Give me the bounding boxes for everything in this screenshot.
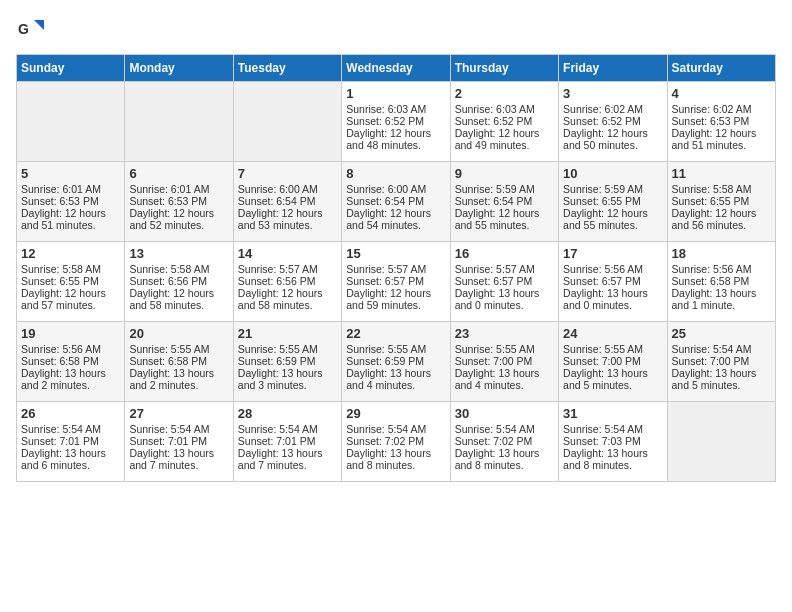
calendar-cell: 13Sunrise: 5:58 AMSunset: 6:56 PMDayligh… — [125, 242, 233, 322]
calendar-cell: 6Sunrise: 6:01 AMSunset: 6:53 PMDaylight… — [125, 162, 233, 242]
sunset-text: Sunset: 6:52 PM — [346, 115, 445, 127]
sunrise-text: Sunrise: 5:58 AM — [129, 263, 228, 275]
daylight-text: Daylight: 13 hours and 0 minutes. — [455, 287, 554, 311]
day-number: 18 — [672, 246, 771, 261]
sunset-text: Sunset: 7:01 PM — [129, 435, 228, 447]
daylight-text: Daylight: 12 hours and 49 minutes. — [455, 127, 554, 151]
sunrise-text: Sunrise: 5:54 AM — [455, 423, 554, 435]
calendar-cell: 28Sunrise: 5:54 AMSunset: 7:01 PMDayligh… — [233, 402, 341, 482]
daylight-text: Daylight: 13 hours and 2 minutes. — [129, 367, 228, 391]
calendar-cell: 15Sunrise: 5:57 AMSunset: 6:57 PMDayligh… — [342, 242, 450, 322]
daylight-text: Daylight: 12 hours and 55 minutes. — [455, 207, 554, 231]
day-number: 29 — [346, 406, 445, 421]
day-number: 3 — [563, 86, 662, 101]
daylight-text: Daylight: 12 hours and 48 minutes. — [346, 127, 445, 151]
sunset-text: Sunset: 6:54 PM — [455, 195, 554, 207]
sunset-text: Sunset: 7:01 PM — [21, 435, 120, 447]
sunset-text: Sunset: 6:53 PM — [21, 195, 120, 207]
calendar-cell: 29Sunrise: 5:54 AMSunset: 7:02 PMDayligh… — [342, 402, 450, 482]
day-number: 5 — [21, 166, 120, 181]
sunrise-text: Sunrise: 5:56 AM — [21, 343, 120, 355]
daylight-text: Daylight: 13 hours and 2 minutes. — [21, 367, 120, 391]
sunset-text: Sunset: 7:00 PM — [455, 355, 554, 367]
logo: G — [16, 16, 48, 44]
sunrise-text: Sunrise: 5:54 AM — [563, 423, 662, 435]
daylight-text: Daylight: 13 hours and 4 minutes. — [346, 367, 445, 391]
calendar-cell: 7Sunrise: 6:00 AMSunset: 6:54 PMDaylight… — [233, 162, 341, 242]
day-number: 24 — [563, 326, 662, 341]
daylight-text: Daylight: 13 hours and 8 minutes. — [346, 447, 445, 471]
sunrise-text: Sunrise: 5:54 AM — [21, 423, 120, 435]
daylight-text: Daylight: 13 hours and 1 minute. — [672, 287, 771, 311]
daylight-text: Daylight: 13 hours and 0 minutes. — [563, 287, 662, 311]
sunrise-text: Sunrise: 6:02 AM — [563, 103, 662, 115]
logo-icon: G — [16, 16, 44, 44]
day-number: 31 — [563, 406, 662, 421]
daylight-text: Daylight: 12 hours and 53 minutes. — [238, 207, 337, 231]
weekday-header-monday: Monday — [125, 55, 233, 82]
calendar-cell: 12Sunrise: 5:58 AMSunset: 6:55 PMDayligh… — [17, 242, 125, 322]
calendar-cell: 18Sunrise: 5:56 AMSunset: 6:58 PMDayligh… — [667, 242, 775, 322]
weekday-header-thursday: Thursday — [450, 55, 558, 82]
daylight-text: Daylight: 12 hours and 58 minutes. — [238, 287, 337, 311]
daylight-text: Daylight: 12 hours and 59 minutes. — [346, 287, 445, 311]
calendar-cell: 20Sunrise: 5:55 AMSunset: 6:58 PMDayligh… — [125, 322, 233, 402]
calendar-cell: 10Sunrise: 5:59 AMSunset: 6:55 PMDayligh… — [559, 162, 667, 242]
sunset-text: Sunset: 6:57 PM — [346, 275, 445, 287]
weekday-header-saturday: Saturday — [667, 55, 775, 82]
week-row-5: 26Sunrise: 5:54 AMSunset: 7:01 PMDayligh… — [17, 402, 776, 482]
daylight-text: Daylight: 13 hours and 8 minutes. — [455, 447, 554, 471]
sunrise-text: Sunrise: 6:01 AM — [21, 183, 120, 195]
sunrise-text: Sunrise: 5:57 AM — [346, 263, 445, 275]
calendar-cell: 25Sunrise: 5:54 AMSunset: 7:00 PMDayligh… — [667, 322, 775, 402]
sunrise-text: Sunrise: 5:55 AM — [129, 343, 228, 355]
calendar-cell: 31Sunrise: 5:54 AMSunset: 7:03 PMDayligh… — [559, 402, 667, 482]
sunrise-text: Sunrise: 5:55 AM — [346, 343, 445, 355]
day-number: 28 — [238, 406, 337, 421]
sunset-text: Sunset: 7:02 PM — [346, 435, 445, 447]
calendar-cell: 11Sunrise: 5:58 AMSunset: 6:55 PMDayligh… — [667, 162, 775, 242]
weekday-header-wednesday: Wednesday — [342, 55, 450, 82]
sunrise-text: Sunrise: 5:55 AM — [238, 343, 337, 355]
daylight-text: Daylight: 13 hours and 3 minutes. — [238, 367, 337, 391]
calendar-cell: 14Sunrise: 5:57 AMSunset: 6:56 PMDayligh… — [233, 242, 341, 322]
sunset-text: Sunset: 6:56 PM — [238, 275, 337, 287]
week-row-3: 12Sunrise: 5:58 AMSunset: 6:55 PMDayligh… — [17, 242, 776, 322]
sunset-text: Sunset: 7:00 PM — [563, 355, 662, 367]
sunrise-text: Sunrise: 6:00 AM — [346, 183, 445, 195]
calendar-cell: 9Sunrise: 5:59 AMSunset: 6:54 PMDaylight… — [450, 162, 558, 242]
sunrise-text: Sunrise: 5:55 AM — [563, 343, 662, 355]
sunset-text: Sunset: 6:55 PM — [563, 195, 662, 207]
calendar-cell — [667, 402, 775, 482]
day-number: 4 — [672, 86, 771, 101]
day-number: 12 — [21, 246, 120, 261]
sunrise-text: Sunrise: 6:00 AM — [238, 183, 337, 195]
daylight-text: Daylight: 12 hours and 56 minutes. — [672, 207, 771, 231]
sunset-text: Sunset: 6:54 PM — [346, 195, 445, 207]
sunset-text: Sunset: 6:58 PM — [672, 275, 771, 287]
day-number: 2 — [455, 86, 554, 101]
weekday-header-friday: Friday — [559, 55, 667, 82]
daylight-text: Daylight: 13 hours and 8 minutes. — [563, 447, 662, 471]
daylight-text: Daylight: 13 hours and 7 minutes. — [238, 447, 337, 471]
sunset-text: Sunset: 7:02 PM — [455, 435, 554, 447]
calendar-cell: 30Sunrise: 5:54 AMSunset: 7:02 PMDayligh… — [450, 402, 558, 482]
daylight-text: Daylight: 12 hours and 57 minutes. — [21, 287, 120, 311]
day-number: 1 — [346, 86, 445, 101]
daylight-text: Daylight: 12 hours and 51 minutes. — [21, 207, 120, 231]
sunrise-text: Sunrise: 5:58 AM — [672, 183, 771, 195]
sunrise-text: Sunrise: 5:56 AM — [672, 263, 771, 275]
calendar-cell: 17Sunrise: 5:56 AMSunset: 6:57 PMDayligh… — [559, 242, 667, 322]
day-number: 13 — [129, 246, 228, 261]
sunrise-text: Sunrise: 5:56 AM — [563, 263, 662, 275]
calendar-cell: 19Sunrise: 5:56 AMSunset: 6:58 PMDayligh… — [17, 322, 125, 402]
sunset-text: Sunset: 6:55 PM — [672, 195, 771, 207]
calendar-cell: 3Sunrise: 6:02 AMSunset: 6:52 PMDaylight… — [559, 82, 667, 162]
week-row-2: 5Sunrise: 6:01 AMSunset: 6:53 PMDaylight… — [17, 162, 776, 242]
calendar-table: SundayMondayTuesdayWednesdayThursdayFrid… — [16, 54, 776, 482]
sunset-text: Sunset: 6:55 PM — [21, 275, 120, 287]
week-row-4: 19Sunrise: 5:56 AMSunset: 6:58 PMDayligh… — [17, 322, 776, 402]
calendar-cell — [17, 82, 125, 162]
day-number: 25 — [672, 326, 771, 341]
sunset-text: Sunset: 6:58 PM — [129, 355, 228, 367]
